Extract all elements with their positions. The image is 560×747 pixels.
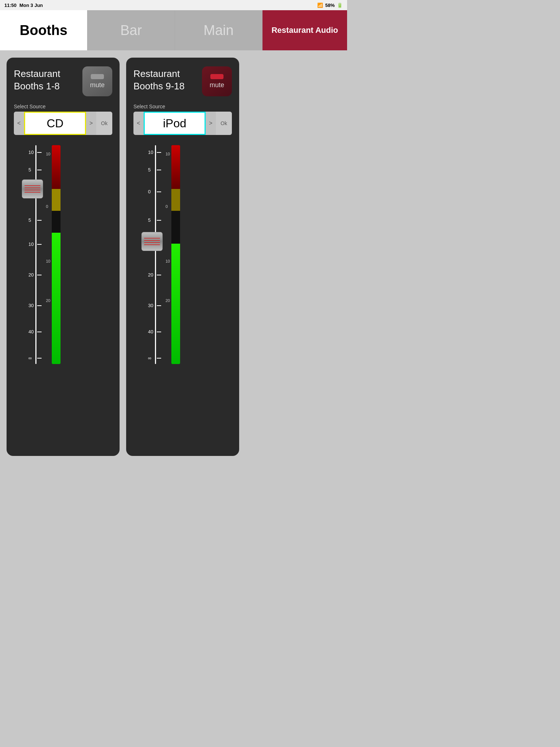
tick-10-bot: 10 bbox=[28, 241, 43, 247]
tick2-0: 0 bbox=[148, 189, 163, 194]
status-time: 11:50 bbox=[4, 3, 16, 8]
zone-card-2: RestaurantBooths 9-18 mute Select Source… bbox=[126, 58, 239, 456]
source-prev-2[interactable]: < bbox=[133, 112, 144, 135]
tab-bar-item[interactable]: Bar bbox=[88, 10, 175, 50]
fader-scale-2: 10 5 0 5 10 bbox=[133, 145, 163, 364]
vu-label-20: 20 bbox=[46, 298, 50, 303]
fader-knob-1[interactable] bbox=[22, 179, 43, 198]
tick2-40: 40 bbox=[148, 329, 163, 334]
knob-line-3 bbox=[24, 190, 41, 190]
vu-label-0: 0 bbox=[46, 204, 48, 209]
source-label-2: Select Source bbox=[133, 104, 165, 109]
tab-bar: Booths Bar Main bbox=[0, 10, 262, 50]
tick2-5-bot: 5 bbox=[148, 217, 163, 223]
fader-knob-2[interactable] bbox=[141, 232, 163, 251]
fader-area-2: 10 5 0 5 10 bbox=[133, 145, 232, 364]
knob-line-2 bbox=[24, 187, 41, 188]
zone-card-1: RestaurantBooths 1-8 mute Select Source … bbox=[7, 58, 120, 456]
knob-line-1 bbox=[24, 185, 41, 186]
battery-icon: 🔋 bbox=[337, 3, 343, 8]
fader-scale-1: 10 5 0 5 10 bbox=[14, 145, 43, 364]
source-label-1: Select Source bbox=[14, 104, 46, 109]
main-content: RestaurantBooths 1-8 mute Select Source … bbox=[0, 50, 347, 463]
tick-10-top: 10 bbox=[28, 150, 43, 155]
tick2-inf: ∞ bbox=[148, 355, 163, 361]
status-date: Mon 3 Jun bbox=[19, 3, 43, 8]
mute-indicator-2 bbox=[210, 74, 223, 79]
source-next-1[interactable]: > bbox=[86, 112, 96, 135]
zone-title-1: RestaurantBooths 1-8 bbox=[14, 68, 60, 93]
vu-label-10-bot: 10 bbox=[46, 259, 50, 263]
source-value-1[interactable]: CD bbox=[24, 112, 86, 135]
knob-line2-2 bbox=[144, 240, 160, 241]
tick-5-top: 5 bbox=[28, 167, 43, 173]
source-ok-1[interactable]: Ok bbox=[96, 112, 112, 135]
card-header-1: RestaurantBooths 1-8 mute bbox=[14, 66, 112, 96]
tab-booths[interactable]: Booths bbox=[0, 10, 88, 50]
tick-40: 40 bbox=[28, 329, 43, 334]
vu2-label-10-top: 10 bbox=[166, 152, 170, 156]
tick-inf: ∞ bbox=[28, 355, 43, 361]
fader-area-1: 10 5 0 5 10 bbox=[14, 145, 112, 364]
tick-20: 20 bbox=[28, 272, 43, 278]
battery-level: 58% bbox=[325, 3, 335, 8]
tick2-30: 30 bbox=[148, 303, 163, 308]
knob-line2-1 bbox=[144, 238, 160, 239]
card-header-2: RestaurantBooths 9-18 mute bbox=[133, 66, 232, 96]
tick2-5-top: 5 bbox=[148, 167, 163, 173]
mute-label-1: mute bbox=[90, 81, 105, 89]
source-selector-2: < iPod > Ok bbox=[133, 112, 232, 135]
tick-5-bot: 5 bbox=[28, 217, 43, 223]
vu-meter-1: 10 0 10 20 bbox=[46, 145, 66, 364]
vu2-label-0: 0 bbox=[166, 204, 168, 209]
vu-label-10-top: 10 bbox=[46, 152, 50, 156]
mute-button-1[interactable]: mute bbox=[82, 66, 112, 96]
source-value-2[interactable]: iPod bbox=[144, 112, 206, 135]
tab-main[interactable]: Main bbox=[175, 10, 262, 50]
source-next-2[interactable]: > bbox=[206, 112, 216, 135]
source-ok-2[interactable]: Ok bbox=[216, 112, 232, 135]
status-bar: 11:50 Mon 3 Jun 📶 58% 🔋 bbox=[0, 0, 347, 10]
knob-line2-3 bbox=[144, 242, 160, 243]
knob-line-4 bbox=[24, 192, 41, 193]
knob-line2-4 bbox=[144, 244, 160, 245]
zone-title-2: RestaurantBooths 9-18 bbox=[133, 68, 184, 93]
status-indicators: 📶 58% 🔋 bbox=[317, 3, 343, 8]
source-prev-1[interactable]: < bbox=[14, 112, 24, 135]
tick-30: 30 bbox=[28, 303, 43, 308]
wifi-icon: 📶 bbox=[317, 3, 323, 8]
vu2-label-20: 20 bbox=[166, 298, 170, 303]
mute-indicator-1 bbox=[91, 74, 104, 79]
tick2-10-top: 10 bbox=[148, 150, 163, 155]
mute-label-2: mute bbox=[210, 81, 224, 89]
vu-meter-2: 10 0 10 20 bbox=[166, 145, 186, 364]
vu2-label-10-bot: 10 bbox=[166, 259, 170, 263]
tick2-20: 20 bbox=[148, 272, 163, 278]
brand-button[interactable]: Restaurant Audio bbox=[262, 10, 347, 50]
source-selector-1: < CD > Ok bbox=[14, 112, 112, 135]
mute-button-2[interactable]: mute bbox=[202, 66, 232, 96]
